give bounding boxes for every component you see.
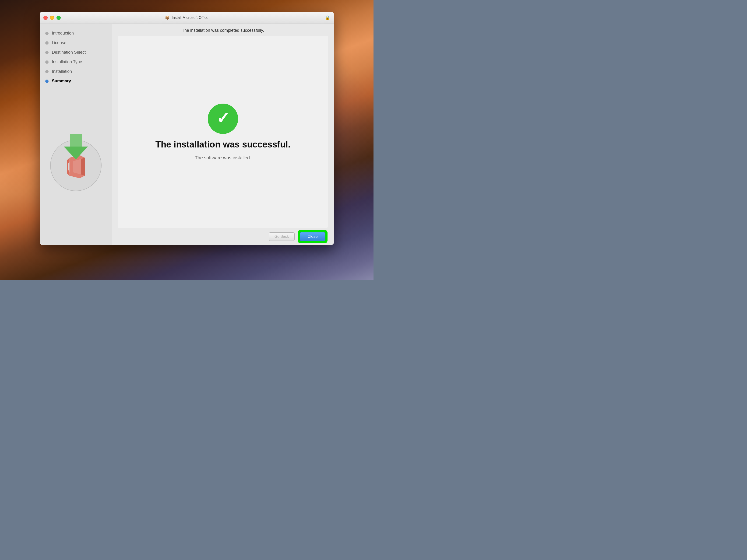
sidebar-item-installation-type[interactable]: Installation Type — [40, 57, 112, 67]
content-box: ✓ The installation was successful. The s… — [118, 36, 328, 228]
arrow-stem — [70, 134, 82, 146]
step-dot-introduction — [45, 32, 49, 35]
success-title: The installation was successful. — [155, 139, 291, 150]
step-label-installation: Installation — [52, 69, 72, 74]
close-button-highlight: Close — [298, 231, 327, 242]
window-title: Install Microsoft Office — [172, 16, 208, 20]
sidebar-item-destination-select[interactable]: Destination Select — [40, 48, 112, 57]
step-label-introduction: Introduction — [52, 31, 74, 36]
step-dot-installation — [45, 70, 49, 73]
installer-icon-area — [40, 90, 112, 240]
title-bar-center: 📦 Install Microsoft Office — [165, 16, 208, 20]
arrow-head — [64, 146, 88, 159]
checkmark-icon: ✓ — [216, 110, 230, 126]
step-label-destination-select: Destination Select — [52, 50, 86, 55]
sidebar-item-license[interactable]: License — [40, 38, 112, 48]
window-body: IntroductionLicenseDestination SelectIns… — [40, 24, 334, 245]
step-list: IntroductionLicenseDestination SelectIns… — [40, 28, 112, 90]
step-label-installation-type: Installation Type — [52, 59, 82, 64]
minimize-window-button[interactable] — [50, 16, 54, 20]
fullscreen-window-button[interactable] — [56, 16, 61, 20]
sidebar-item-installation[interactable]: Installation — [40, 67, 112, 76]
close-button[interactable]: Close — [300, 232, 326, 241]
step-dot-installation-type — [45, 60, 49, 64]
step-label-summary: Summary — [52, 79, 71, 83]
installer-window: 📦 Install Microsoft Office 🔒 Introductio… — [40, 12, 334, 245]
success-subtitle: The software was installed. — [195, 155, 251, 161]
step-dot-license — [45, 41, 49, 45]
title-bar: 📦 Install Microsoft Office 🔒 — [40, 12, 334, 24]
close-window-button[interactable] — [44, 16, 48, 20]
step-dot-destination-select — [45, 51, 49, 54]
icon-circle — [50, 140, 102, 191]
go-back-button[interactable]: Go Back — [269, 232, 294, 241]
lock-icon: 🔒 — [325, 15, 330, 20]
download-arrow-icon — [64, 134, 88, 159]
success-circle: ✓ — [208, 104, 238, 134]
step-dot-summary — [45, 80, 49, 83]
step-label-license: License — [52, 41, 66, 45]
traffic-lights — [44, 16, 61, 20]
title-package-icon: 📦 — [165, 16, 170, 20]
sidebar-item-summary[interactable]: Summary — [40, 76, 112, 86]
bottom-bar: Go Back Close — [112, 228, 334, 245]
main-panel: The installation was completed successfu… — [112, 24, 334, 245]
top-message: The installation was completed successfu… — [112, 24, 334, 36]
sidebar: IntroductionLicenseDestination SelectIns… — [40, 24, 112, 245]
sidebar-item-introduction[interactable]: Introduction — [40, 28, 112, 38]
